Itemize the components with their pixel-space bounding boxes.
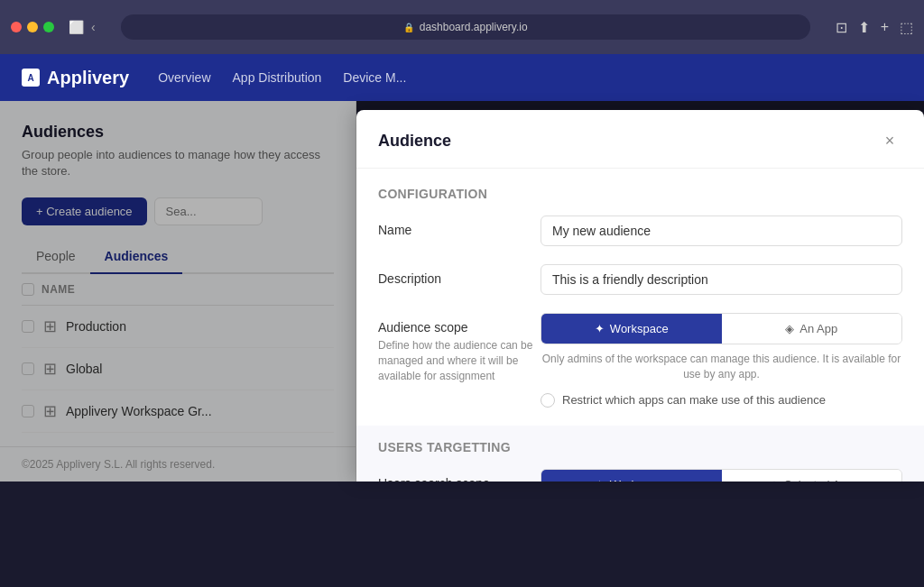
search-workspace-label: Workspace bbox=[610, 478, 669, 482]
maximize-traffic-light[interactable] bbox=[43, 22, 54, 32]
app-name: Applivery bbox=[47, 68, 129, 88]
audience-scope-control-col: ✦ Workspace ◈ An App Only admins of the … bbox=[541, 313, 902, 408]
modal-body: Configuration Name Description bbox=[356, 169, 924, 482]
configuration-section-title: Configuration bbox=[378, 187, 902, 201]
browser-controls: ⬜ ‹ bbox=[69, 20, 96, 34]
audience-modal: Audience × Configuration Name Descriptio… bbox=[356, 110, 924, 482]
description-input[interactable] bbox=[541, 264, 902, 295]
tab-icon[interactable]: ⬜ bbox=[69, 20, 84, 34]
users-targeting-section-title: Users targetting bbox=[378, 440, 902, 454]
back-icon[interactable]: ‹ bbox=[91, 20, 96, 34]
restrict-label: Restrict which apps can make use of this… bbox=[562, 393, 826, 407]
restrict-checkbox[interactable] bbox=[541, 393, 555, 408]
scope-app-button[interactable]: ◈ An App bbox=[722, 314, 902, 344]
traffic-lights bbox=[11, 22, 54, 32]
description-form-row: Description bbox=[378, 264, 902, 295]
nav-overview[interactable]: Overview bbox=[158, 70, 210, 85]
nav-device[interactable]: Device M... bbox=[343, 70, 406, 85]
name-form-row: Name bbox=[378, 216, 902, 246]
description-label: Description bbox=[378, 271, 541, 286]
modal-header: Audience × bbox=[356, 110, 924, 169]
share-icon[interactable]: ⬆ bbox=[858, 19, 870, 36]
lock-icon: 🔒 bbox=[403, 23, 414, 32]
audience-scope-label: Audience scope bbox=[378, 320, 541, 335]
new-tab-icon[interactable]: + bbox=[881, 19, 889, 36]
minimize-traffic-light[interactable] bbox=[27, 22, 38, 32]
sidebar-icon[interactable]: ⬚ bbox=[900, 19, 913, 36]
app-logo: A Applivery bbox=[22, 68, 129, 88]
name-input[interactable] bbox=[541, 216, 902, 246]
monitor-icon: ⊡ bbox=[836, 19, 847, 36]
address-text: dashboard.applivery.io bbox=[420, 21, 528, 33]
scope-workspace-button[interactable]: ✦ Workspace bbox=[541, 314, 722, 344]
browser-chrome: ⬜ ‹ 🔒 dashboard.applivery.io ⊡ ⬆ + ⬚ bbox=[0, 0, 924, 54]
browser-actions: ⊡ ⬆ + ⬚ bbox=[836, 19, 913, 36]
name-control-col bbox=[541, 216, 902, 246]
address-bar[interactable]: 🔒 dashboard.applivery.io bbox=[121, 14, 810, 40]
app-icon: ◈ bbox=[770, 478, 779, 482]
modal-close-button[interactable]: × bbox=[877, 128, 902, 153]
description-control-col bbox=[541, 264, 902, 295]
nav-app-distribution[interactable]: App Distribution bbox=[233, 70, 322, 85]
app-header: A Applivery Overview App Distribution De… bbox=[0, 54, 924, 101]
search-scope-toggle-group: ✦ Workspace ◈ Selected App bbox=[541, 469, 902, 482]
audience-scope-desc: Define how the audience can be managed a… bbox=[378, 338, 541, 383]
diamond-icon: ✦ bbox=[595, 478, 605, 482]
diamond-icon: ✦ bbox=[595, 322, 605, 335]
search-workspace-button[interactable]: ✦ Workspace bbox=[541, 470, 722, 482]
close-traffic-light[interactable] bbox=[11, 22, 22, 32]
description-label-col: Description bbox=[378, 264, 541, 286]
restrict-checkbox-row: Restrict which apps can make use of this… bbox=[541, 393, 902, 408]
name-label-col: Name bbox=[378, 216, 541, 237]
scope-workspace-label: Workspace bbox=[610, 322, 669, 335]
scope-app-label: An App bbox=[799, 322, 837, 335]
users-search-label-col: Users search scope From where the users … bbox=[378, 469, 541, 482]
search-selected-app-button[interactable]: ◈ Selected App bbox=[722, 470, 902, 482]
users-search-scope-form-row: Users search scope From where the users … bbox=[378, 469, 902, 482]
nav-items: Overview App Distribution Device M... bbox=[158, 70, 406, 85]
search-selected-app-label: Selected App bbox=[784, 478, 854, 482]
users-search-control-col: ✦ Workspace ◈ Selected App Collaborators… bbox=[541, 469, 902, 482]
scope-toggle-group: ✦ Workspace ◈ An App bbox=[541, 313, 902, 344]
app-icon: ◈ bbox=[785, 322, 794, 335]
scope-hint: Only admins of the workspace can manage … bbox=[541, 352, 902, 382]
main-content: Audiences Group people into audiences to… bbox=[0, 101, 924, 482]
audience-scope-label-col: Audience scope Define how the audience c… bbox=[378, 313, 541, 383]
modal-title: Audience bbox=[378, 132, 451, 151]
users-search-label: Users search scope bbox=[378, 476, 541, 482]
audience-scope-form-row: Audience scope Define how the audience c… bbox=[378, 313, 902, 408]
name-label: Name bbox=[378, 223, 541, 237]
logo-icon: A bbox=[22, 69, 40, 87]
